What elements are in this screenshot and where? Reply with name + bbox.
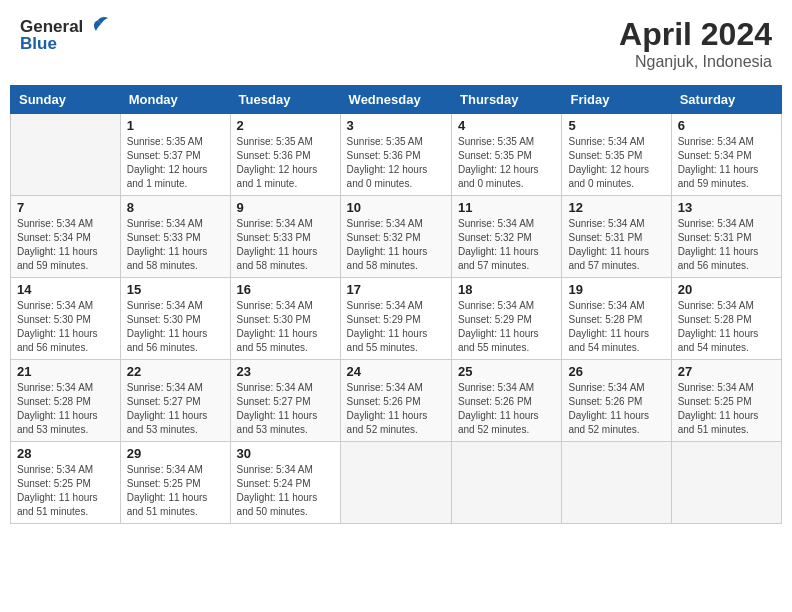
day-number: 13 [678,200,775,215]
day-number: 20 [678,282,775,297]
calendar-cell: 1Sunrise: 5:35 AMSunset: 5:37 PMDaylight… [120,114,230,196]
day-number: 16 [237,282,334,297]
month-title: April 2024 [619,16,772,53]
logo-bird-icon [87,16,109,38]
day-info: Sunrise: 5:34 AMSunset: 5:26 PMDaylight:… [347,381,445,437]
week-row-3: 14Sunrise: 5:34 AMSunset: 5:30 PMDayligh… [11,278,782,360]
day-info: Sunrise: 5:34 AMSunset: 5:28 PMDaylight:… [678,299,775,355]
calendar-cell: 3Sunrise: 5:35 AMSunset: 5:36 PMDaylight… [340,114,451,196]
calendar-cell: 26Sunrise: 5:34 AMSunset: 5:26 PMDayligh… [562,360,671,442]
logo: General Blue [20,16,109,54]
weekday-header-sunday: Sunday [11,86,121,114]
day-info: Sunrise: 5:35 AMSunset: 5:36 PMDaylight:… [237,135,334,191]
calendar-cell: 7Sunrise: 5:34 AMSunset: 5:34 PMDaylight… [11,196,121,278]
weekday-header-tuesday: Tuesday [230,86,340,114]
day-info: Sunrise: 5:34 AMSunset: 5:26 PMDaylight:… [568,381,664,437]
calendar-cell: 18Sunrise: 5:34 AMSunset: 5:29 PMDayligh… [452,278,562,360]
calendar: SundayMondayTuesdayWednesdayThursdayFrid… [10,85,782,524]
calendar-cell: 25Sunrise: 5:34 AMSunset: 5:26 PMDayligh… [452,360,562,442]
weekday-header-thursday: Thursday [452,86,562,114]
calendar-cell: 29Sunrise: 5:34 AMSunset: 5:25 PMDayligh… [120,442,230,524]
day-info: Sunrise: 5:34 AMSunset: 5:25 PMDaylight:… [127,463,224,519]
calendar-cell: 16Sunrise: 5:34 AMSunset: 5:30 PMDayligh… [230,278,340,360]
weekday-header-wednesday: Wednesday [340,86,451,114]
day-info: Sunrise: 5:34 AMSunset: 5:29 PMDaylight:… [347,299,445,355]
day-number: 3 [347,118,445,133]
day-info: Sunrise: 5:34 AMSunset: 5:24 PMDaylight:… [237,463,334,519]
location: Nganjuk, Indonesia [619,53,772,71]
calendar-cell [340,442,451,524]
calendar-cell: 5Sunrise: 5:34 AMSunset: 5:35 PMDaylight… [562,114,671,196]
calendar-cell: 24Sunrise: 5:34 AMSunset: 5:26 PMDayligh… [340,360,451,442]
calendar-cell: 9Sunrise: 5:34 AMSunset: 5:33 PMDaylight… [230,196,340,278]
day-number: 28 [17,446,114,461]
day-info: Sunrise: 5:34 AMSunset: 5:25 PMDaylight:… [678,381,775,437]
day-info: Sunrise: 5:34 AMSunset: 5:31 PMDaylight:… [678,217,775,273]
calendar-cell: 14Sunrise: 5:34 AMSunset: 5:30 PMDayligh… [11,278,121,360]
day-number: 27 [678,364,775,379]
day-number: 14 [17,282,114,297]
day-number: 7 [17,200,114,215]
calendar-cell: 20Sunrise: 5:34 AMSunset: 5:28 PMDayligh… [671,278,781,360]
day-info: Sunrise: 5:34 AMSunset: 5:33 PMDaylight:… [127,217,224,273]
logo-blue: Blue [20,34,57,54]
day-number: 21 [17,364,114,379]
day-info: Sunrise: 5:34 AMSunset: 5:30 PMDaylight:… [17,299,114,355]
day-info: Sunrise: 5:34 AMSunset: 5:28 PMDaylight:… [17,381,114,437]
day-number: 12 [568,200,664,215]
calendar-cell: 27Sunrise: 5:34 AMSunset: 5:25 PMDayligh… [671,360,781,442]
weekday-header-friday: Friday [562,86,671,114]
calendar-cell: 8Sunrise: 5:34 AMSunset: 5:33 PMDaylight… [120,196,230,278]
day-number: 17 [347,282,445,297]
calendar-cell: 19Sunrise: 5:34 AMSunset: 5:28 PMDayligh… [562,278,671,360]
day-info: Sunrise: 5:35 AMSunset: 5:37 PMDaylight:… [127,135,224,191]
day-info: Sunrise: 5:34 AMSunset: 5:30 PMDaylight:… [237,299,334,355]
day-info: Sunrise: 5:34 AMSunset: 5:27 PMDaylight:… [127,381,224,437]
day-info: Sunrise: 5:34 AMSunset: 5:29 PMDaylight:… [458,299,555,355]
day-info: Sunrise: 5:34 AMSunset: 5:26 PMDaylight:… [458,381,555,437]
week-row-4: 21Sunrise: 5:34 AMSunset: 5:28 PMDayligh… [11,360,782,442]
day-info: Sunrise: 5:34 AMSunset: 5:32 PMDaylight:… [347,217,445,273]
day-info: Sunrise: 5:35 AMSunset: 5:36 PMDaylight:… [347,135,445,191]
week-row-2: 7Sunrise: 5:34 AMSunset: 5:34 PMDaylight… [11,196,782,278]
day-number: 19 [568,282,664,297]
day-number: 10 [347,200,445,215]
day-number: 22 [127,364,224,379]
title-area: April 2024 Nganjuk, Indonesia [619,16,772,71]
calendar-cell [452,442,562,524]
calendar-cell: 23Sunrise: 5:34 AMSunset: 5:27 PMDayligh… [230,360,340,442]
day-info: Sunrise: 5:34 AMSunset: 5:31 PMDaylight:… [568,217,664,273]
calendar-cell: 4Sunrise: 5:35 AMSunset: 5:35 PMDaylight… [452,114,562,196]
calendar-cell: 12Sunrise: 5:34 AMSunset: 5:31 PMDayligh… [562,196,671,278]
calendar-cell: 30Sunrise: 5:34 AMSunset: 5:24 PMDayligh… [230,442,340,524]
calendar-cell: 22Sunrise: 5:34 AMSunset: 5:27 PMDayligh… [120,360,230,442]
calendar-cell [671,442,781,524]
day-number: 2 [237,118,334,133]
day-number: 6 [678,118,775,133]
week-row-5: 28Sunrise: 5:34 AMSunset: 5:25 PMDayligh… [11,442,782,524]
weekday-header-monday: Monday [120,86,230,114]
day-info: Sunrise: 5:34 AMSunset: 5:32 PMDaylight:… [458,217,555,273]
day-number: 25 [458,364,555,379]
calendar-cell: 17Sunrise: 5:34 AMSunset: 5:29 PMDayligh… [340,278,451,360]
day-number: 5 [568,118,664,133]
week-row-1: 1Sunrise: 5:35 AMSunset: 5:37 PMDaylight… [11,114,782,196]
day-info: Sunrise: 5:34 AMSunset: 5:27 PMDaylight:… [237,381,334,437]
calendar-cell: 15Sunrise: 5:34 AMSunset: 5:30 PMDayligh… [120,278,230,360]
day-number: 26 [568,364,664,379]
day-number: 24 [347,364,445,379]
calendar-cell: 13Sunrise: 5:34 AMSunset: 5:31 PMDayligh… [671,196,781,278]
day-info: Sunrise: 5:35 AMSunset: 5:35 PMDaylight:… [458,135,555,191]
day-number: 18 [458,282,555,297]
calendar-cell: 6Sunrise: 5:34 AMSunset: 5:34 PMDaylight… [671,114,781,196]
day-number: 9 [237,200,334,215]
day-number: 11 [458,200,555,215]
calendar-cell [562,442,671,524]
day-number: 8 [127,200,224,215]
calendar-cell: 10Sunrise: 5:34 AMSunset: 5:32 PMDayligh… [340,196,451,278]
calendar-cell: 21Sunrise: 5:34 AMSunset: 5:28 PMDayligh… [11,360,121,442]
day-info: Sunrise: 5:34 AMSunset: 5:34 PMDaylight:… [678,135,775,191]
calendar-cell: 11Sunrise: 5:34 AMSunset: 5:32 PMDayligh… [452,196,562,278]
day-number: 23 [237,364,334,379]
day-number: 1 [127,118,224,133]
